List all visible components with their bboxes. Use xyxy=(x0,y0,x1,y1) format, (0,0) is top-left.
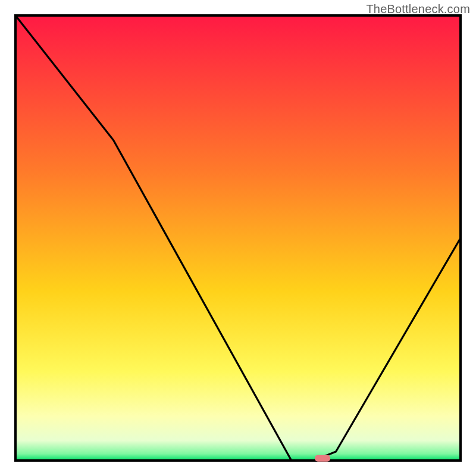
bottleneck-chart xyxy=(0,0,476,476)
chart-container: { "watermark": "TheBottleneck.com", "cha… xyxy=(0,0,476,476)
watermark-text: TheBottleneck.com xyxy=(366,2,470,16)
optimal-marker xyxy=(315,455,330,462)
plot-background xyxy=(15,15,461,461)
